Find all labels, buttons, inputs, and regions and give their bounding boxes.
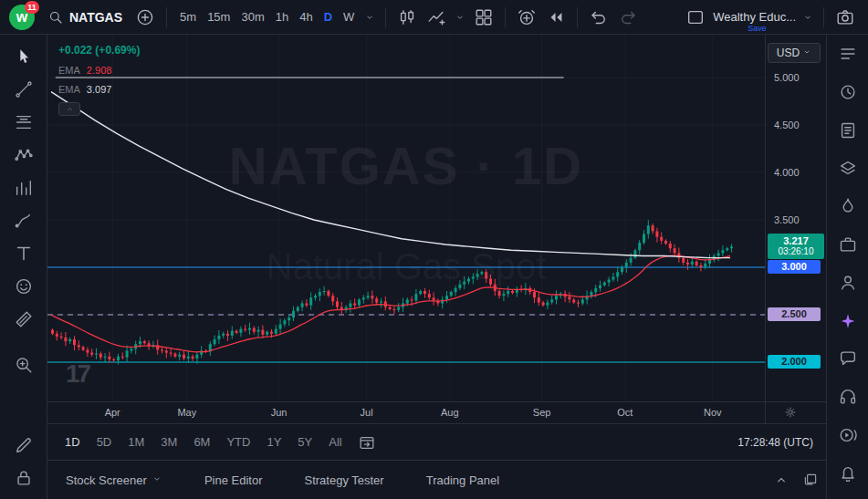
range-3M[interactable]: 3M: [152, 435, 185, 449]
timeframe-D[interactable]: D: [319, 5, 338, 30]
bottom-tab-pine-editor[interactable]: Pine Editor: [204, 473, 263, 487]
ema-fast-row[interactable]: EMA2.908: [58, 65, 140, 76]
price-tick: 3.500: [774, 214, 800, 225]
range-group: 1D5D1M3M6MYTD1Y5YAll: [57, 435, 350, 449]
forecast-tool-icon[interactable]: [11, 175, 37, 201]
lock-tool-icon[interactable]: [11, 465, 37, 491]
layout-name[interactable]: Wealthy Educ... Save: [711, 10, 798, 24]
fib-retracement-tool-icon[interactable]: [11, 109, 37, 135]
indicators-icon[interactable]: [423, 5, 450, 30]
emoji-tool-icon[interactable]: [11, 274, 37, 299]
panel-expand-icon[interactable]: [773, 472, 790, 488]
utc-clock[interactable]: 17:28:48 (UTC): [737, 436, 813, 449]
notification-count-badge: 11: [25, 1, 39, 14]
timeframe-30m[interactable]: 30m: [235, 5, 269, 30]
object-tree-icon[interactable]: [835, 156, 861, 181]
chat-icon[interactable]: [835, 347, 861, 371]
chart-canvas[interactable]: NATGAS · 1D Natural Gas Spot 17 5.0004.5…: [47, 35, 826, 423]
goto-date-icon[interactable]: [358, 433, 376, 452]
compare-add-icon[interactable]: [131, 5, 159, 30]
price-tick: 4.500: [774, 120, 800, 130]
range-5D[interactable]: 5D: [89, 435, 120, 449]
bottom-tab-strategy-tester[interactable]: Strategy Tester: [304, 473, 383, 487]
ideas-person-icon[interactable]: [835, 271, 861, 296]
panel-restore-icon[interactable]: [802, 472, 819, 488]
ema-label: EMA: [58, 84, 80, 95]
ema-label: EMA: [58, 65, 80, 76]
streams-play-icon[interactable]: [835, 423, 861, 448]
text-tool-icon[interactable]: [11, 241, 37, 266]
price-level-label: 2.000: [768, 355, 821, 369]
symbol-search[interactable]: NATGAS: [46, 5, 130, 30]
snapshot-camera-icon[interactable]: [831, 5, 859, 30]
month-label-oct: Oct: [611, 407, 640, 418]
bottom-panel-controls: [773, 472, 819, 488]
cursor-tool-icon[interactable]: [11, 44, 37, 69]
range-All[interactable]: All: [320, 435, 350, 449]
ema-slow-value: 3.097: [87, 84, 112, 95]
time-axis[interactable]: AprMayJunJulAugSepOctNov: [47, 402, 765, 423]
price-tick: 4.000: [774, 167, 800, 178]
create-alert-icon[interactable]: [513, 5, 540, 30]
bottom-tab-label: Strategy Tester: [304, 473, 383, 487]
timeframe-menu-chevron-icon[interactable]: [361, 5, 378, 30]
range-1D[interactable]: 1D: [57, 435, 89, 449]
currency-selector[interactable]: USD: [768, 43, 821, 63]
price-level-label: 2.500: [768, 307, 821, 321]
ema-slow-row[interactable]: EMA3.097: [58, 84, 140, 95]
timeframe-1h[interactable]: 1h: [270, 5, 294, 30]
redo-icon[interactable]: [614, 5, 642, 30]
xabcd-pattern-tool-icon[interactable]: [11, 142, 37, 168]
alerts-clock-icon[interactable]: [835, 80, 861, 105]
price-axis[interactable]: 5.0004.5004.0003.5003.0002.5002.0003.217…: [766, 35, 826, 401]
range-6M[interactable]: 6M: [185, 435, 218, 449]
range-1M[interactable]: 1M: [120, 435, 152, 449]
timeframe-5m[interactable]: 5m: [174, 5, 202, 30]
briefcase-icon[interactable]: [835, 233, 861, 257]
legend-collapse-button[interactable]: [58, 102, 80, 116]
edit-tool-icon[interactable]: [11, 432, 37, 458]
support-headset-icon[interactable]: [835, 385, 861, 410]
timeframe-4h[interactable]: 4h: [294, 5, 318, 30]
indicators-menu-chevron-icon[interactable]: [452, 5, 468, 30]
ema-fast-value: 2.908: [87, 65, 112, 76]
chart-settings-gear-icon[interactable]: [783, 405, 798, 423]
bottom-tab-stock-screener[interactable]: Stock Screener: [66, 473, 162, 487]
month-label-nov: Nov: [698, 407, 727, 418]
chart-style-icon[interactable]: [393, 5, 421, 30]
journal-icon[interactable]: [835, 119, 861, 143]
bottom-tab-trading-panel[interactable]: Trading Panel: [426, 473, 499, 487]
separator: [166, 7, 167, 27]
bottom-tab-label: Stock Screener: [66, 473, 147, 487]
ai-sparkle-icon[interactable]: [835, 308, 861, 333]
notifications-bell-icon[interactable]: [835, 461, 861, 485]
chevron-down-icon: [152, 473, 162, 487]
layout-panel-icon[interactable]: [682, 5, 709, 30]
brush-tool-icon[interactable]: [11, 208, 37, 234]
last-price-badge: 3.21703:26:10: [768, 234, 824, 259]
range-1Y[interactable]: 1Y: [258, 435, 289, 449]
zoom-tool-icon[interactable]: [11, 352, 37, 378]
month-label-aug: Aug: [435, 407, 465, 418]
range-YTD[interactable]: YTD: [218, 435, 258, 449]
price-change: +0.022 (+0.69%): [58, 44, 140, 57]
undo-icon[interactable]: [585, 5, 612, 30]
save-status[interactable]: Save: [748, 24, 767, 33]
bar-replay-icon[interactable]: [542, 5, 570, 30]
symbol-name: NATGAS: [69, 10, 122, 25]
timeframe-15m[interactable]: 15m: [202, 5, 235, 30]
currency-label: USD: [777, 47, 800, 59]
ruler-tool-icon[interactable]: [11, 307, 37, 332]
search-icon: [47, 5, 64, 30]
broker-logo[interactable]: w 11: [9, 5, 35, 30]
range-5Y[interactable]: 5Y: [289, 435, 320, 449]
layout-menu-chevron-icon[interactable]: [800, 5, 816, 30]
layout-grid-icon[interactable]: [470, 5, 497, 30]
chevron-down-icon: [802, 47, 811, 59]
watchlist-icon[interactable]: [835, 42, 861, 67]
trend-line-tool-icon[interactable]: [11, 77, 37, 102]
bottom-tab-label: Pine Editor: [204, 473, 263, 487]
timeframe-W[interactable]: W: [338, 5, 360, 30]
hotlist-flame-icon[interactable]: [835, 194, 861, 219]
price-chart[interactable]: [47, 35, 765, 401]
